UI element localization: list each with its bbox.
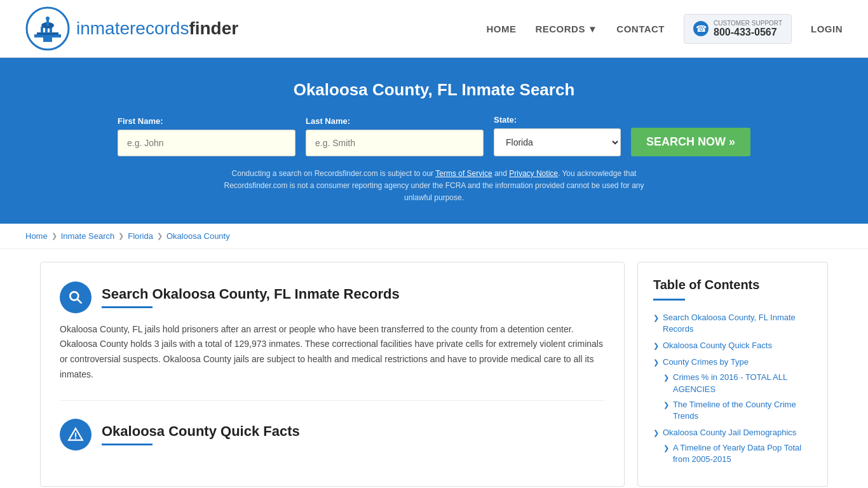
nav-contact[interactable]: CONTACT xyxy=(616,24,665,34)
chevron-right-icon-1: ❯ xyxy=(653,313,659,323)
toc-sub-item-1: ❯ Crimes % in 2016 - TOTAL ALL AGENCIES xyxy=(663,372,812,395)
main-content: Search Okaloosa County, FL Inmate Record… xyxy=(27,262,841,487)
section-title-1: Search Okaloosa County, FL Inmate Record… xyxy=(102,286,400,302)
search-button[interactable]: SEARCH NOW » xyxy=(631,128,750,156)
last-name-group: Last Name: xyxy=(306,116,484,156)
chevron-right-sub-icon-2: ❯ xyxy=(663,400,669,410)
section-header-2: Okaloosa County Quick Facts xyxy=(60,419,605,451)
svg-rect-11 xyxy=(57,34,61,37)
section-inmate-records: Search Okaloosa County, FL Inmate Record… xyxy=(60,281,605,383)
disclaimer-text: Conducting a search on Recordsfinder.com… xyxy=(212,168,656,205)
breadcrumb-sep-2: ❯ xyxy=(118,232,124,240)
toc-title: Table of Contents xyxy=(653,278,812,292)
logo-text: inmaterecordsfinder xyxy=(76,18,238,39)
chevron-right-sub-icon-1: ❯ xyxy=(663,373,669,383)
search-form: First Name: Last Name: State: Florida Al… xyxy=(25,115,843,156)
breadcrumb-florida[interactable]: Florida xyxy=(128,231,153,241)
breadcrumb-home[interactable]: Home xyxy=(25,231,48,241)
content-left: Search Okaloosa County, FL Inmate Record… xyxy=(40,262,625,487)
section-header-1: Search Okaloosa County, FL Inmate Record… xyxy=(60,281,605,313)
toc-sub-list-2: ❯ A Timeline of Yearly Data Pop Total fr… xyxy=(653,442,812,465)
logo-icon xyxy=(25,6,70,51)
first-name-group: First Name: xyxy=(118,116,295,156)
section-underline-1 xyxy=(102,306,153,308)
toc-sub-item-3: ❯ A Timeline of Yearly Data Pop Total fr… xyxy=(663,442,812,465)
breadcrumb-county[interactable]: Okaloosa County xyxy=(166,231,230,241)
hero-section: Okaloosa County, FL Inmate Search First … xyxy=(0,58,868,224)
logo[interactable]: inmaterecordsfinder xyxy=(25,6,238,51)
magnifier-icon xyxy=(67,289,84,306)
triangle-icon xyxy=(67,426,84,443)
breadcrumb-sep-3: ❯ xyxy=(157,232,163,240)
hero-title: Okaloosa County, FL Inmate Search xyxy=(25,80,843,100)
chevron-right-icon-3: ❯ xyxy=(653,358,659,367)
site-header: inmaterecordsfinder HOME RECORDS ▼ CONTA… xyxy=(0,0,868,58)
first-name-label: First Name: xyxy=(118,116,163,126)
chevron-right-sub-icon-3: ❯ xyxy=(663,444,669,453)
toc-underline xyxy=(653,299,685,301)
section-title-2: Okaloosa County Quick Facts xyxy=(102,423,300,440)
nav-login[interactable]: LOGIN xyxy=(811,24,843,34)
toc-list: ❯ Search Okaloosa County, FL Inmate Reco… xyxy=(653,312,812,466)
toc-sub-link-2[interactable]: ❯ The Timeline of the County Crime Trend… xyxy=(663,399,812,422)
state-select[interactable]: Florida Alabama Georgia xyxy=(494,128,621,156)
first-name-input[interactable] xyxy=(118,130,295,156)
breadcrumb-inmate-search[interactable]: Inmate Search xyxy=(61,231,115,241)
breadcrumb-sep-1: ❯ xyxy=(51,232,57,240)
state-group: State: Florida Alabama Georgia xyxy=(494,115,621,156)
section-body-1: Okaloosa County, FL jails hold prisoners… xyxy=(60,322,605,383)
toc-link-3[interactable]: ❯ County Crimes by Type xyxy=(653,356,812,368)
customer-support[interactable]: ☎ CUSTOMER SUPPORT 800-433-0567 xyxy=(684,14,792,44)
table-of-contents: Table of Contents ❯ Search Okaloosa Coun… xyxy=(637,262,828,487)
privacy-link[interactable]: Privacy Notice xyxy=(509,169,558,178)
section-quick-facts: Okaloosa County Quick Facts xyxy=(60,419,605,451)
toc-link-2[interactable]: ❯ Okaloosa County Quick Facts xyxy=(653,340,812,351)
chevron-right-icon-4: ❯ xyxy=(653,428,659,438)
last-name-label: Last Name: xyxy=(306,116,350,126)
toc-item-4: ❯ Okaloosa County Jail Demographics ❯ A … xyxy=(653,427,812,466)
search-circle-icon xyxy=(60,281,92,313)
phone-icon: ☎ xyxy=(693,21,709,36)
toc-item-2: ❯ Okaloosa County Quick Facts xyxy=(653,340,812,351)
svg-point-9 xyxy=(46,17,50,20)
state-label: State: xyxy=(494,115,517,125)
chevron-down-icon: ▼ xyxy=(588,24,597,34)
toc-item-1: ❯ Search Okaloosa County, FL Inmate Reco… xyxy=(653,312,812,335)
section-title-2-wrapper: Okaloosa County Quick Facts xyxy=(102,423,300,445)
toc-sub-link-3[interactable]: ❯ A Timeline of Yearly Data Pop Total fr… xyxy=(663,442,812,465)
toc-sub-link-1[interactable]: ❯ Crimes % in 2016 - TOTAL ALL AGENCIES xyxy=(663,372,812,395)
toc-item-3: ❯ County Crimes by Type ❯ Crimes % in 20… xyxy=(653,356,812,422)
nav-records[interactable]: RECORDS ▼ xyxy=(535,24,597,34)
section-underline-2 xyxy=(102,444,153,445)
svg-rect-10 xyxy=(34,34,38,37)
svg-line-13 xyxy=(78,299,81,302)
toc-sub-item-2: ❯ The Timeline of the County Crime Trend… xyxy=(663,399,812,422)
toc-link-4[interactable]: ❯ Okaloosa County Jail Demographics xyxy=(653,427,812,438)
terms-link[interactable]: Terms of Service xyxy=(435,169,492,178)
support-info: CUSTOMER SUPPORT 800-433-0567 xyxy=(714,20,782,38)
info-circle-icon xyxy=(60,419,92,451)
section-title-1-wrapper: Search Okaloosa County, FL Inmate Record… xyxy=(102,286,400,308)
svg-point-15 xyxy=(75,438,76,439)
svg-rect-4 xyxy=(41,27,43,33)
toc-sub-list: ❯ Crimes % in 2016 - TOTAL ALL AGENCIES … xyxy=(653,372,812,422)
nav-home[interactable]: HOME xyxy=(486,24,516,34)
toc-link-1[interactable]: ❯ Search Okaloosa County, FL Inmate Reco… xyxy=(653,312,812,335)
breadcrumb: Home ❯ Inmate Search ❯ Florida ❯ Okaloos… xyxy=(0,224,868,249)
svg-rect-1 xyxy=(43,37,52,42)
chevron-right-icon-2: ❯ xyxy=(653,341,659,351)
section-divider xyxy=(60,400,605,401)
main-nav: HOME RECORDS ▼ CONTACT ☎ CUSTOMER SUPPOR… xyxy=(486,14,843,44)
last-name-input[interactable] xyxy=(306,130,484,156)
